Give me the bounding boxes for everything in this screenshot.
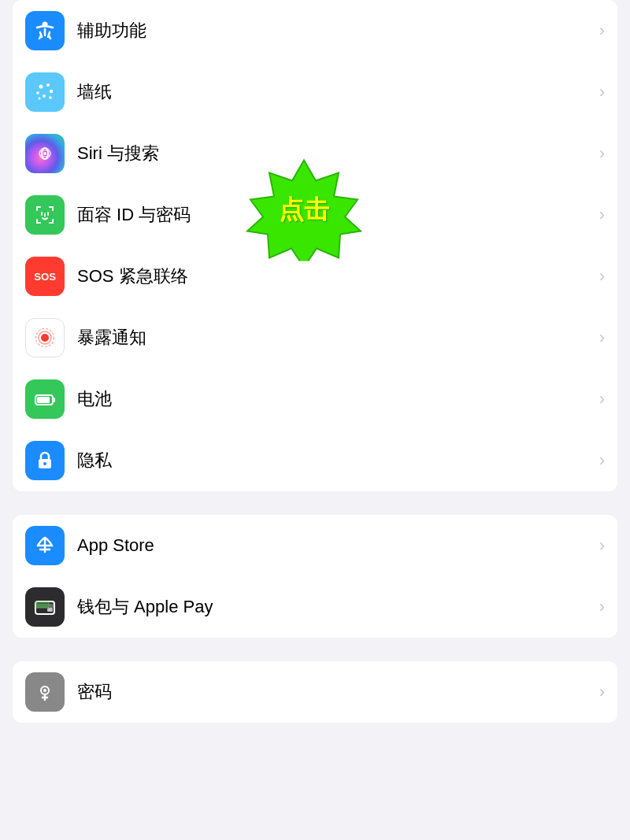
svg-point-6 <box>39 98 41 100</box>
settings-row-privacy[interactable]: 隐私 › <box>13 430 617 491</box>
wallpaper-chevron: › <box>599 82 605 102</box>
svg-point-7 <box>49 96 52 99</box>
privacy-label: 隐私 <box>77 449 593 472</box>
svg-rect-30 <box>53 398 55 402</box>
accessibility-icon <box>25 11 65 50</box>
exposure-label: 暴露通知 <box>77 326 593 350</box>
appstore-icon <box>25 526 65 565</box>
settings-group-1: 辅助功能 › 墙纸 › Siri <box>13 0 617 491</box>
passcode-chevron: › <box>599 682 605 702</box>
battery-label: 电池 <box>77 387 593 411</box>
svg-point-11 <box>43 152 46 155</box>
settings-row-wallpaper[interactable]: 墙纸 › <box>13 61 617 123</box>
appstore-chevron: › <box>599 535 605 556</box>
sos-icon: SOS <box>25 257 65 296</box>
sos-label: SOS 紧急联络 <box>77 265 593 288</box>
svg-text:SOS: SOS <box>34 271 56 283</box>
privacy-icon <box>25 441 65 480</box>
svg-rect-17 <box>52 206 54 211</box>
svg-rect-16 <box>36 206 38 211</box>
exposure-chevron: › <box>599 327 605 348</box>
svg-point-4 <box>50 90 53 93</box>
wallet-label: 钱包与 Apple Pay <box>77 595 593 619</box>
exposure-icon <box>25 318 65 357</box>
svg-rect-38 <box>35 601 50 609</box>
settings-row-wallet[interactable]: 钱包与 Apple Pay › <box>13 576 617 638</box>
settings-group-2: App Store › 钱包与 Apple Pay › <box>13 515 617 638</box>
svg-point-1 <box>39 85 43 89</box>
accessibility-label: 辅助功能 <box>77 19 593 43</box>
wallet-chevron: › <box>599 597 605 617</box>
svg-point-32 <box>43 462 46 465</box>
settings-row-accessibility[interactable]: 辅助功能 › <box>13 0 617 61</box>
passcode-label: 密码 <box>77 680 593 704</box>
svg-point-41 <box>43 689 46 692</box>
siri-icon <box>25 134 65 173</box>
svg-point-2 <box>46 83 50 87</box>
sos-chevron: › <box>599 266 605 287</box>
passcode-icon <box>25 672 65 712</box>
svg-rect-29 <box>37 397 50 403</box>
svg-point-5 <box>43 94 46 98</box>
svg-point-3 <box>36 91 39 94</box>
battery-chevron: › <box>599 389 605 409</box>
settings-row-exposure[interactable]: 暴露通知 › <box>13 307 617 368</box>
settings-row-battery[interactable]: 电池 › <box>13 368 617 430</box>
click-badge: 点击 <box>241 159 367 261</box>
accessibility-chevron: › <box>599 20 605 41</box>
svg-rect-19 <box>52 219 54 224</box>
faceid-icon <box>25 195 65 235</box>
settings-row-faceid[interactable]: 面容 ID 与密码 › 点击 <box>13 184 617 246</box>
wallet-icon <box>25 587 65 627</box>
wallpaper-icon <box>25 72 65 112</box>
battery-icon <box>25 379 65 419</box>
svg-point-25 <box>41 334 49 342</box>
settings-row-appstore[interactable]: App Store › <box>13 515 617 576</box>
faceid-chevron: › <box>599 205 605 225</box>
privacy-chevron: › <box>599 450 605 471</box>
badge-text: 点击 <box>279 193 329 228</box>
appstore-label: App Store <box>77 535 593 556</box>
settings-row-passcode[interactable]: 密码 › <box>13 661 617 723</box>
siri-chevron: › <box>599 143 605 164</box>
settings-group-3: 密码 › <box>13 661 617 723</box>
wallpaper-label: 墙纸 <box>77 80 593 104</box>
svg-rect-18 <box>36 219 38 224</box>
